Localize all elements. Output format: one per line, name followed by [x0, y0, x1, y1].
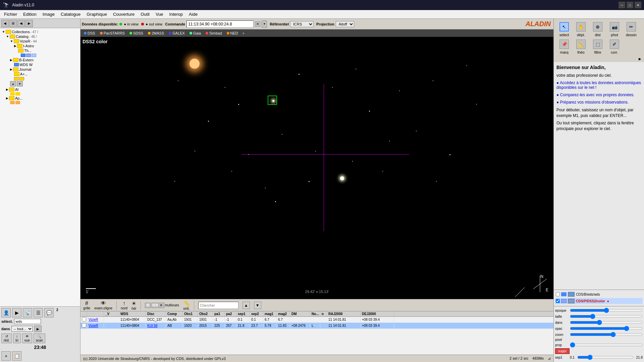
- menu-fichier[interactable]: Fichier: [1, 11, 20, 17]
- mv-2[interactable]: ⬜⬜: [152, 303, 158, 308]
- minimize-button[interactable]: ─: [619, 2, 625, 8]
- chercher-input[interactable]: [198, 302, 238, 309]
- sidebar-extra-2[interactable]: 📋: [12, 351, 21, 361]
- table-row[interactable]: VizieR 11140+0804 DCC_137 Aa,Ab 1931 193…: [80, 317, 553, 323]
- tree-nav-down[interactable]: ▼: [17, 81, 23, 86]
- epoque-slider[interactable]: [570, 308, 643, 313]
- rtool-phot[interactable]: 📷 phot: [607, 21, 622, 38]
- unit-tool[interactable]: 📏 unit.: [183, 300, 190, 310]
- red-btn[interactable]: ↺ réd.: [1, 334, 12, 343]
- dans-select[interactable]: -- tout...: [11, 326, 33, 332]
- survey-ned[interactable]: NED: [225, 31, 240, 36]
- survey-gaia[interactable]: Gaia: [187, 31, 203, 36]
- rtool-dist[interactable]: ⊕ dist: [590, 21, 605, 38]
- rtool-dessin[interactable]: ✏ dessin: [624, 21, 639, 38]
- rtool-corr[interactable]: ✐ corr.: [607, 39, 622, 55]
- clear-coord-btn[interactable]: ✕: [255, 21, 260, 27]
- sidebar-tool-1[interactable]: ⊞: [9, 20, 17, 27]
- menu-couverture[interactable]: Couverture: [110, 11, 137, 17]
- menu-edition[interactable]: Edition: [20, 11, 39, 17]
- opac-slider[interactable]: [570, 326, 643, 331]
- vue-btn[interactable]: 👁 vue: [22, 334, 32, 343]
- sidebar-expand-btn[interactable]: ▶: [12, 308, 21, 317]
- mv-3[interactable]: ⊞: [158, 303, 164, 308]
- maximize-button[interactable]: □: [627, 2, 633, 8]
- referentiel-select[interactable]: ICRS Galactic: [290, 21, 314, 27]
- menu-outil[interactable]: Outil: [138, 11, 152, 17]
- tree-item-ap[interactable]: ▶ Ap...: [1, 96, 79, 101]
- tree-item-iastro[interactable]: ▶ I-Astro: [1, 44, 79, 48]
- td-check-1[interactable]: [80, 317, 87, 322]
- menu-catalogue[interactable]: Catalogue: [58, 11, 83, 17]
- survey-sdss[interactable]: SDSS: [127, 31, 145, 36]
- tree-color-5[interactable]: [19, 77, 24, 80]
- sidebar-person-btn[interactable]: 👤: [1, 308, 11, 317]
- survey-add-btn[interactable]: +: [241, 31, 246, 36]
- tree-item-th1[interactable]: Th...: [1, 48, 79, 53]
- nord-tool[interactable]: ↑ nord: [121, 300, 127, 310]
- hdr-tool[interactable]: ☀ hdr: [131, 300, 136, 310]
- tree-color-3[interactable]: [32, 54, 36, 57]
- tree-nav-up[interactable]: ▲: [10, 81, 16, 86]
- sidebar-network-btn[interactable]: 📡: [23, 308, 32, 317]
- exam-tool[interactable]: 👁 exam.oligne: [94, 300, 112, 310]
- tri-btn[interactable]: ↕ tri: [13, 334, 20, 343]
- tree-item-aplus[interactable]: A+...: [1, 72, 79, 76]
- sidebar-extra-1[interactable]: +: [1, 351, 11, 361]
- row1-check[interactable]: [82, 317, 86, 321]
- expand-arrow[interactable]: ▶: [555, 57, 643, 61]
- table-row[interactable]: VizieR 11140+0804 KUI 56 AB 1920 2015 22…: [80, 323, 553, 329]
- menu-vue[interactable]: Vue: [153, 11, 166, 17]
- td-check-2[interactable]: [80, 323, 87, 328]
- tree-item-ai[interactable]: ▶ AI: [1, 87, 79, 92]
- tree-ap-1[interactable]: [10, 101, 15, 104]
- rtool-marq[interactable]: 📌 marq: [556, 39, 572, 55]
- coord-dropdown-btn[interactable]: ▼: [262, 20, 267, 28]
- tree-color-2[interactable]: [26, 54, 31, 57]
- td-source-2[interactable]: VizieR: [87, 323, 104, 328]
- tree-item-journal[interactable]: ▶ Journal: [1, 67, 79, 72]
- tree-item-catalog[interactable]: ▼ Catalog - 46 /: [1, 34, 79, 39]
- prop-slider[interactable]: [570, 342, 643, 348]
- tree-item-bextern[interactable]: ▶ B-Extern: [1, 58, 79, 62]
- tree-color-4[interactable]: [14, 77, 19, 80]
- close-button[interactable]: ✕: [635, 2, 641, 8]
- sidebar-collapse-btn[interactable]: ◀: [1, 20, 9, 27]
- survey-simbad[interactable]: Simbad: [204, 31, 224, 36]
- search-input[interactable]: [14, 319, 41, 324]
- td-source-1[interactable]: VizieR: [87, 317, 104, 322]
- coord-input[interactable]: [186, 20, 254, 28]
- layer-item-1[interactable]: CDS/B/wds/wds: [555, 291, 643, 297]
- mv-1[interactable]: ⬜: [145, 303, 151, 308]
- row2-check[interactable]: [82, 323, 86, 327]
- layer-item-2[interactable]: CDS/P/DSS2/color ●: [555, 298, 643, 304]
- layer-check-2[interactable]: [556, 299, 560, 303]
- projection-select[interactable]: Aitoff SIN TAN: [336, 21, 354, 27]
- scan-btn[interactable]: 🔍 scan: [34, 334, 45, 343]
- grille-tool[interactable]: # grille: [83, 300, 90, 310]
- suppr-btn[interactable]: suppr: [555, 348, 570, 354]
- tree-ai-1[interactable]: [10, 92, 15, 96]
- menu-interop[interactable]: Interop: [167, 11, 185, 17]
- dans-slider[interactable]: [570, 320, 643, 325]
- sidebar-misc-btn[interactable]: ☰: [34, 308, 43, 317]
- sky-view[interactable]: DSS2 color 1' 29.42' x 15.13' N E: [80, 37, 553, 299]
- taille-slider[interactable]: [570, 314, 643, 319]
- rtool-depl[interactable]: ✋ dépl.: [573, 21, 589, 38]
- rtool-select[interactable]: ↖ select: [556, 21, 572, 38]
- sep1-slider[interactable]: [577, 355, 634, 360]
- tree-item-vizier[interactable]: ▼ VizieR - 44: [1, 39, 79, 44]
- sidebar-chat-btn[interactable]: 💬: [44, 308, 54, 317]
- tree-ap-2[interactable]: [15, 101, 20, 104]
- menu-image[interactable]: Image: [40, 11, 57, 17]
- menu-graphique[interactable]: Graphique: [84, 11, 110, 17]
- rtool-filtre[interactable]: ⬚ filtre: [590, 39, 605, 55]
- layer-check-1[interactable]: [556, 292, 560, 296]
- zoom-slider[interactable]: [570, 332, 643, 337]
- menu-aide[interactable]: Aide: [186, 11, 200, 17]
- rtool-theo[interactable]: 📐 théo: [573, 39, 589, 55]
- dans-action-btn[interactable]: ▶: [34, 325, 42, 332]
- survey-galex[interactable]: GALEX: [167, 31, 187, 36]
- survey-panstarrs[interactable]: PanSTARRS: [98, 31, 127, 36]
- chercher-down-btn[interactable]: ▼: [254, 302, 261, 309]
